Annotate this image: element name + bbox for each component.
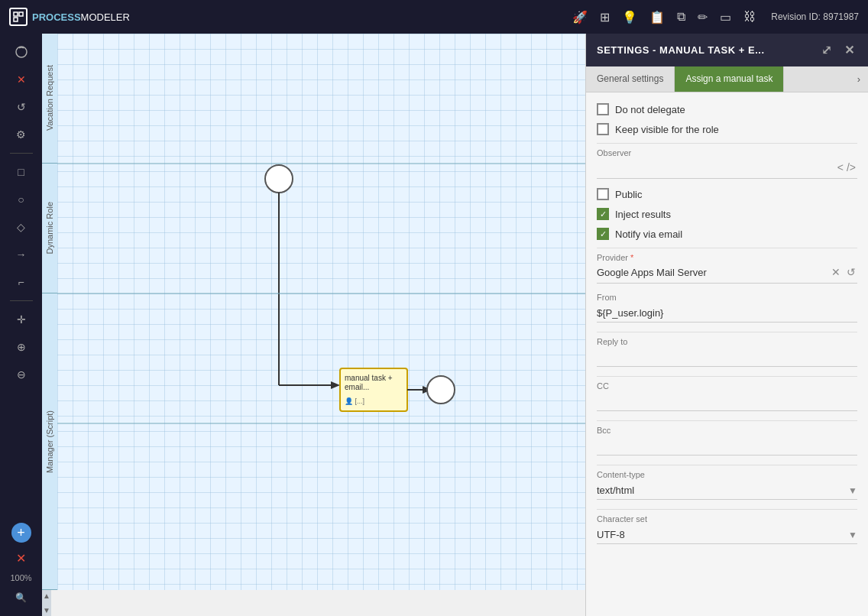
settings-gear-icon[interactable]: ⚙ <box>8 122 35 147</box>
top-bar: PROCESSMODELER 🚀 ⊞ 💡 📋 ⧉ ✏ ▭ ⛓ Revision … <box>0 0 868 34</box>
divider1 <box>597 143 857 144</box>
zoom-in-tool[interactable]: ⊕ <box>8 335 35 359</box>
lane-vacation-label: Vacation Request <box>45 65 54 131</box>
provider-clear-button[interactable]: ✕ <box>830 264 842 280</box>
from-row: From ${P_user.login} <box>597 293 857 323</box>
charset-select[interactable]: UTF-8 ISO-8859-1 <box>597 529 848 540</box>
no-delegate-label: Do not delegate <box>615 104 685 115</box>
zoom-level: 100% <box>10 573 31 582</box>
lane-manager-label: Manager (Script) <box>45 410 54 473</box>
settings-tabs: General settings Assign a manual task › <box>586 66 868 92</box>
comment-icon[interactable]: ▭ <box>720 10 731 24</box>
tab-assign-manual-task[interactable]: Assign a manual task <box>675 66 784 92</box>
notify-email-checkbox[interactable]: ✓ <box>597 228 609 240</box>
no-delegate-checkbox[interactable] <box>597 103 609 115</box>
public-checkbox[interactable] <box>597 188 609 200</box>
lightbulb-icon[interactable]: 💡 <box>622 10 637 24</box>
cc-value <box>597 393 857 411</box>
canvas-grid <box>42 34 585 590</box>
search-tool[interactable]: 🔍 <box>8 585 35 610</box>
inject-results-row: ✓ Inject results <box>597 208 857 220</box>
charset-arrow-icon: ▼ <box>848 530 857 540</box>
provider-row: Provider * Google Apps Mail Server ✕ ↺ <box>597 253 857 284</box>
arrow-tool[interactable]: → <box>8 242 35 267</box>
keep-visible-label: Keep visible for the role <box>615 124 719 135</box>
circle-tool[interactable]: ○ <box>8 187 35 212</box>
provider-label: Provider * <box>597 253 857 262</box>
tab-general-settings[interactable]: General settings <box>586 66 675 92</box>
settings-content: Do not delegate Keep visible for the rol… <box>586 92 868 616</box>
canvas-scrollbar[interactable]: ▲ ▼ <box>42 590 51 616</box>
lane-manager-script: Manager (Script) <box>42 293 57 590</box>
grid-icon[interactable]: ⊞ <box>600 10 610 24</box>
content-type-arrow-icon: ▼ <box>848 485 857 496</box>
provider-field-row: Google Apps Mail Server ✕ ↺ <box>597 264 857 284</box>
expand-button[interactable]: ⤢ <box>818 41 835 59</box>
zoom-out-tool[interactable]: ⊖ <box>8 362 35 387</box>
top-tools: 🚀 ⊞ 💡 📋 ⧉ ✏ ▭ ⛓ <box>572 10 756 24</box>
logo-icon <box>9 8 28 26</box>
main-area: ✕ ↺ ⚙ □ ○ ◇ → ⌐ ✛ ⊕ ⊖ + ✕ 100% 🔍 Vacatio… <box>0 34 868 616</box>
diamond-tool[interactable]: ◇ <box>8 215 35 239</box>
rectangle-tool[interactable]: □ <box>8 160 35 184</box>
provider-refresh-button[interactable]: ↺ <box>845 264 857 280</box>
left-toolbar: ✕ ↺ ⚙ □ ○ ◇ → ⌐ ✛ ⊕ ⊖ + ✕ 100% 🔍 <box>0 34 42 616</box>
bcc-value <box>597 437 857 456</box>
divider2 <box>597 248 857 248</box>
notify-email-label: Notify via email <box>615 229 682 240</box>
inject-check-icon: ✓ <box>600 209 607 219</box>
divider6 <box>597 465 857 465</box>
toolbar-close-icon[interactable]: ✕ <box>8 546 35 570</box>
network-icon[interactable]: ⛓ <box>743 10 756 24</box>
divider5 <box>597 420 857 421</box>
window-icon[interactable]: ⧉ <box>677 10 685 24</box>
pen-icon[interactable]: ✏ <box>698 10 708 24</box>
close-x-icon[interactable]: ✕ <box>8 67 35 92</box>
no-delegate-row: Do not delegate <box>597 103 857 115</box>
logo-text: PROCESSMODELER <box>32 11 130 23</box>
observer-actions: < /> <box>836 160 857 175</box>
revision-info: Revision ID: 8971987 <box>771 11 859 22</box>
bracket-tool[interactable]: ⌐ <box>8 270 35 294</box>
code-editor-button[interactable]: < /> <box>836 160 857 175</box>
reply-to-value <box>597 349 857 367</box>
lane-dynamic-label: Dynamic Role <box>45 202 54 254</box>
scroll-up-btn[interactable]: ▲ <box>43 592 50 600</box>
circle-refresh-icon[interactable] <box>8 40 35 64</box>
reply-to-label: Reply to <box>597 337 857 346</box>
from-value: ${P_user.login} <box>597 304 857 323</box>
logo-part2: MODELER <box>81 11 130 23</box>
rocket-icon[interactable]: 🚀 <box>572 10 588 24</box>
refresh-icon[interactable]: ↺ <box>8 95 35 119</box>
inject-results-label: Inject results <box>615 209 671 220</box>
content-type-select[interactable]: text/html text/plain <box>597 485 848 496</box>
observer-input[interactable] <box>597 162 836 173</box>
canvas-area[interactable]: Vacation Request Dynamic Role Manager (S… <box>42 34 585 590</box>
observer-row: Observer < /> <box>597 148 857 179</box>
observer-label: Observer <box>597 148 857 157</box>
canvas-wrapper: Vacation Request Dynamic Role Manager (S… <box>42 34 585 616</box>
keep-visible-row: Keep visible for the role <box>597 123 857 135</box>
close-settings-button[interactable]: ✕ <box>841 41 858 59</box>
settings-header-actions: ⤢ ✕ <box>818 41 857 59</box>
document-icon[interactable]: 📋 <box>649 10 665 24</box>
content-type-select-row: text/html text/plain ▼ <box>597 481 857 500</box>
settings-header: SETTINGS - MANUAL TASK + E... ⤢ ✕ <box>586 34 868 66</box>
scroll-down-btn[interactable]: ▼ <box>43 606 50 614</box>
svg-point-3 <box>16 47 27 57</box>
public-label: Public <box>615 189 642 200</box>
provider-required-mark: * <box>628 253 633 262</box>
content-type-row: Content-type text/html text/plain ▼ <box>597 470 857 500</box>
logo-part1: PROCESS <box>32 11 81 23</box>
reply-to-row: Reply to <box>597 337 857 367</box>
inject-results-checkbox[interactable]: ✓ <box>597 208 609 220</box>
svg-rect-1 <box>19 12 23 16</box>
content-type-label: Content-type <box>597 470 857 479</box>
move-tool[interactable]: ✛ <box>8 307 35 332</box>
cc-label: CC <box>597 381 857 391</box>
add-element-button[interactable]: + <box>11 523 31 543</box>
bcc-label: Bcc <box>597 426 857 435</box>
tab-next-arrow[interactable]: › <box>850 66 868 92</box>
logo: PROCESSMODELER <box>9 8 130 26</box>
keep-visible-checkbox[interactable] <box>597 123 609 135</box>
